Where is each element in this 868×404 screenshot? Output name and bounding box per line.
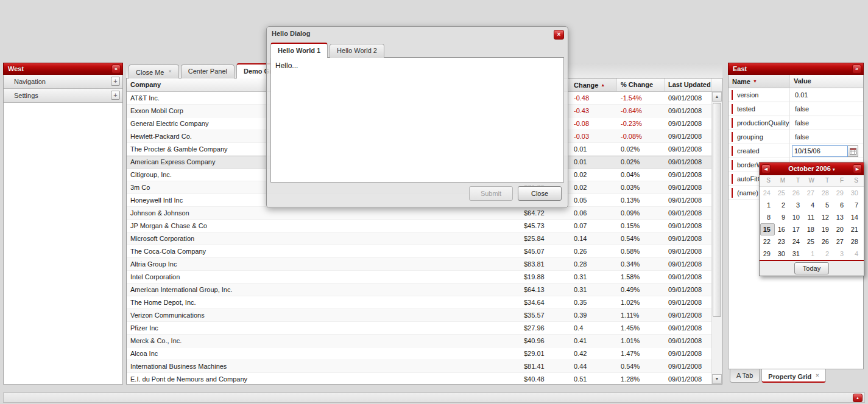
day-cell[interactable]: 10 [789,211,804,223]
day-cell[interactable]: 13 [833,211,848,223]
column-header-value[interactable]: Value [790,75,863,88]
tab-close-icon[interactable]: × [816,372,819,378]
day-cell[interactable]: 2 [819,248,833,260]
day-cell[interactable]: 22 [760,235,775,248]
property-row-grouping[interactable]: groupingfalse [729,130,863,144]
day-cell[interactable]: 1 [804,248,819,260]
day-cell[interactable]: 29 [760,248,775,260]
expand-up-icon[interactable]: ▲ [853,394,863,402]
selected-day-cell[interactable]: 15 [760,223,775,235]
dialog-close-icon[interactable]: × [554,30,564,40]
day-cell[interactable]: 26 [819,235,833,248]
property-row-tested[interactable]: testedfalse [729,102,863,116]
day-cell[interactable]: 2 [775,199,789,211]
tab-close-me[interactable]: Close Me× [129,64,179,78]
date-input[interactable] [792,145,848,157]
day-cell[interactable]: 23 [775,235,789,248]
grid-row[interactable]: E.I. du Pont de Nemours and Company$40.4… [127,373,711,384]
prev-month-icon[interactable]: ◀ [761,164,771,173]
month-dropdown-icon[interactable]: ▾ [833,167,835,172]
accordion-item-navigation[interactable]: Navigation+ [4,75,122,89]
day-cell[interactable]: 3 [833,248,848,260]
day-cell[interactable]: 6 [833,199,848,211]
column-header-last-updated[interactable]: Last Updated [665,78,711,91]
day-cell[interactable]: 4 [848,248,863,260]
day-cell[interactable]: 30 [848,187,863,199]
east-tab-property-grid[interactable]: Property Grid× [761,369,825,383]
day-cell[interactable]: 18 [804,223,819,235]
day-cell[interactable]: 21 [848,223,863,235]
scroll-up-icon[interactable]: ▲ [712,92,722,102]
cell-pct-change: 0.54% [617,360,665,372]
grid-row[interactable]: American International Group, Inc.$64.13… [127,284,711,296]
day-cell[interactable]: 27 [833,235,848,248]
grid-row[interactable]: International Business Machines$81.410.4… [127,360,711,373]
expand-plus-icon[interactable]: + [111,91,120,100]
grid-row[interactable]: The Coca-Cola Company$45.070.260.58%09/0… [127,245,711,258]
day-cell[interactable]: 7 [848,199,863,211]
day-cell[interactable]: 12 [819,211,833,223]
column-header-change[interactable]: Change▲ [570,78,617,91]
month-year-label[interactable]: October 2006 [788,165,831,172]
day-cell[interactable]: 19 [819,223,833,235]
day-cell[interactable]: 29 [833,187,848,199]
grid-row[interactable]: The Home Depot, Inc.$34.640.351.02%09/01… [127,296,711,309]
day-cell[interactable]: 28 [819,187,833,199]
day-cell[interactable]: 20 [833,223,848,235]
day-cell[interactable]: 9 [775,211,789,223]
east-tab-a-tab[interactable]: A Tab [730,369,760,383]
day-cell[interactable]: 1 [760,199,775,211]
cell-change: 0.31 [570,284,617,296]
tab-close-icon[interactable]: × [168,68,171,74]
accordion-item-settings[interactable]: Settings+ [4,89,122,103]
tab-center-panel[interactable]: Center Panel [181,64,235,78]
grid-row[interactable]: Alcoa Inc$29.010.421.47%09/01/2008 [127,347,711,360]
day-cell[interactable]: 30 [775,248,789,260]
day-cell[interactable]: 27 [804,187,819,199]
column-header-name[interactable]: Name▼ [729,75,790,88]
day-cell[interactable]: 8 [760,211,775,223]
day-cell[interactable]: 11 [804,211,819,223]
day-cell[interactable]: 24 [760,187,775,199]
day-cell[interactable]: 4 [804,199,819,211]
day-cell[interactable]: 16 [775,223,789,235]
cell-pct-change: 0.04% [617,169,665,181]
property-row-productionquality[interactable]: productionQualityfalse [729,116,863,130]
today-button[interactable]: Today [794,262,829,274]
day-cell[interactable]: 25 [804,235,819,248]
sort-asc-icon: ▲ [601,83,605,87]
day-cell[interactable]: 17 [789,223,804,235]
collapse-right-icon[interactable]: » [852,64,861,74]
day-cell[interactable]: 31 [789,248,804,260]
day-cell[interactable]: 26 [789,187,804,199]
grid-row[interactable]: JP Morgan & Chase & Co$45.730.070.15%09/… [127,220,711,232]
dialog-tab-hello-world-2[interactable]: Hello World 2 [330,44,384,58]
grid-row[interactable]: Intel Corporation$19.880.311.58%09/01/20… [127,271,711,284]
next-month-icon[interactable]: ▶ [853,164,862,173]
day-cell[interactable]: 28 [848,235,863,248]
property-row-created[interactable]: created [729,144,863,158]
grid-row[interactable]: Microsoft Corporation$25.840.140.54%09/0… [127,232,711,245]
property-row-version[interactable]: version0.01 [729,88,863,102]
close-button[interactable]: Close [518,186,562,201]
scrollbar-thumb[interactable] [713,103,721,317]
expand-plus-icon[interactable]: + [111,77,120,86]
day-cell[interactable]: 5 [819,199,833,211]
cell-change: 0.28 [570,258,617,270]
grid-row[interactable]: Pfizer Inc$27.960.41.45%09/01/2008 [127,322,711,335]
scroll-down-icon[interactable]: ▼ [712,374,722,384]
dialog-tab-hello-world-1[interactable]: Hello World 1 [270,43,328,58]
date-trigger-button[interactable] [848,145,858,157]
grid-row[interactable]: Altria Group Inc$83.810.280.34%09/01/200… [127,258,711,271]
day-cell[interactable]: 24 [789,235,804,248]
day-cell[interactable]: 25 [775,187,789,199]
grid-row[interactable]: Johnson & Johnson$64.720.060.09%09/01/20… [127,207,711,220]
grid-row[interactable]: Verizon Communications$35.570.391.11%09/… [127,309,711,322]
column-header-change[interactable]: % Change [617,78,665,91]
cell-change: 0.44 [570,360,617,372]
day-cell[interactable]: 14 [848,211,863,223]
day-cell[interactable]: 3 [789,199,804,211]
collapse-left-icon[interactable]: « [111,64,121,74]
grid-scrollbar[interactable]: ▲ ▼ [711,92,722,384]
grid-row[interactable]: Merck & Co., Inc.$40.960.411.01%09/01/20… [127,335,711,347]
